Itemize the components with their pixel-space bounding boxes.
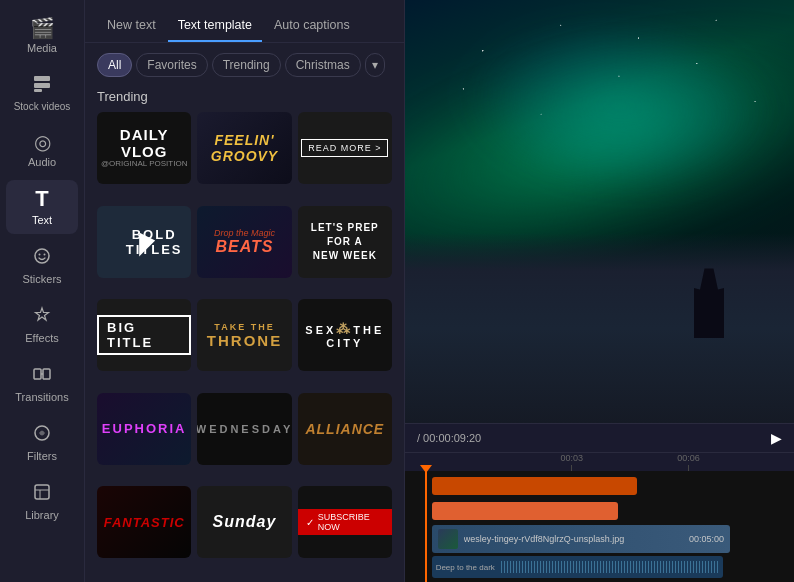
track-image[interactable]: wesley-tingey-rVdf8NglrzQ-unsplash.jpg 0… xyxy=(432,525,730,553)
sidebar-item-media[interactable]: 🎬 Media xyxy=(6,10,78,62)
tab-auto-captions[interactable]: Auto captions xyxy=(264,10,360,42)
sidebar-item-label: Filters xyxy=(27,450,57,462)
panel-tabs: New text Text template Auto captions xyxy=(85,0,404,43)
template-euphoria[interactable]: EUPHORIA xyxy=(97,393,191,465)
image-track-duration: 00:05:00 xyxy=(689,534,724,544)
sidebar-item-label: Effects xyxy=(25,332,58,344)
template-grid: DAILY VLOG @Original position FEELIN' GR… xyxy=(85,112,404,582)
svg-point-5 xyxy=(44,254,46,256)
text-panel: New text Text template Auto captions All… xyxy=(85,0,405,582)
text-icon: T xyxy=(35,188,48,210)
sidebar-item-text[interactable]: T Text xyxy=(6,180,78,234)
sidebar-item-label: Audio xyxy=(28,156,56,168)
template-read-more[interactable]: READ MORE > xyxy=(298,112,392,184)
svg-point-3 xyxy=(35,249,49,263)
sidebar-item-stock-videos[interactable]: Stock videos xyxy=(6,66,78,120)
filter-all[interactable]: All xyxy=(97,53,132,77)
sidebar-item-label: Library xyxy=(25,509,59,521)
svg-rect-7 xyxy=(43,369,50,379)
timeline: 00:03 00:06 wesley-ting xyxy=(405,452,794,582)
sidebar-item-label: Transitions xyxy=(15,391,68,403)
svg-rect-0 xyxy=(34,76,50,81)
template-take-throne[interactable]: TAKE THE THRONE xyxy=(197,299,291,371)
effects-icon xyxy=(32,305,52,328)
sidebar-item-effects[interactable]: Effects xyxy=(6,297,78,352)
stickers-icon xyxy=(32,246,52,269)
template-big-title[interactable]: BIG TITLE xyxy=(97,299,191,371)
track-2[interactable] xyxy=(413,500,786,522)
svg-rect-10 xyxy=(35,485,49,499)
template-fantastic[interactable]: FANTASTIC xyxy=(97,486,191,558)
filters-icon xyxy=(32,423,52,446)
template-sex-city[interactable]: SEX⁂THE CITY xyxy=(298,299,392,371)
timeline-tracks: wesley-tingey-rVdf8NglrzQ-unsplash.jpg 0… xyxy=(405,471,794,582)
track-audio[interactable]: Deep to the dark xyxy=(432,556,723,578)
filter-favorites[interactable]: Favorites xyxy=(136,53,207,77)
template-drop-beats[interactable]: Drop the Magic BEATS xyxy=(197,206,291,278)
trending-section-title: Trending xyxy=(85,83,404,112)
transitions-icon xyxy=(32,364,52,387)
audio-icon: ◎ xyxy=(34,132,51,152)
svg-rect-6 xyxy=(34,369,41,379)
tab-new-text[interactable]: New text xyxy=(97,10,166,42)
sidebar-item-label: Media xyxy=(27,42,57,54)
filter-more-button[interactable]: ▾ xyxy=(365,53,385,77)
audio-waveform xyxy=(501,561,719,573)
filter-bar: All Favorites Trending Christmas ▾ xyxy=(85,43,404,83)
sidebar-item-filters[interactable]: Filters xyxy=(6,415,78,470)
template-lets-prep[interactable]: LET'S PREPFOR ANEW WEEK xyxy=(298,206,392,278)
svg-rect-1 xyxy=(34,83,50,88)
template-wednesday[interactable]: WEDNESDAY xyxy=(197,393,291,465)
video-preview xyxy=(405,0,794,423)
template-subscribe[interactable]: ✓SUBSCRIBE NOW xyxy=(298,486,392,558)
sidebar-item-transitions[interactable]: Transitions xyxy=(6,356,78,411)
filter-christmas[interactable]: Christmas xyxy=(285,53,361,77)
preview-controls: / 00:00:09:20 ▶ xyxy=(405,423,794,452)
svg-rect-2 xyxy=(34,89,42,92)
library-icon xyxy=(32,482,52,505)
playhead xyxy=(425,471,427,582)
sidebar-item-library[interactable]: Library xyxy=(6,474,78,529)
sidebar-item-label: Stickers xyxy=(22,273,61,285)
template-sunday[interactable]: Sunday xyxy=(197,486,291,558)
sidebar-item-audio[interactable]: ◎ Audio xyxy=(6,124,78,176)
template-bold-titles[interactable]: BOLDTITLES xyxy=(97,206,191,278)
tab-text-template[interactable]: Text template xyxy=(168,10,262,42)
template-daily-vlog[interactable]: DAILY VLOG @Original position xyxy=(97,112,191,184)
preview-area: / 00:00:09:20 ▶ 00:03 00:06 xyxy=(405,0,794,582)
sidebar-item-stickers[interactable]: Stickers xyxy=(6,238,78,293)
filter-trending[interactable]: Trending xyxy=(212,53,281,77)
audio-track-label: Deep to the dark xyxy=(436,563,495,572)
svg-point-4 xyxy=(39,254,41,256)
track-thumbnail xyxy=(438,529,458,549)
timeline-ruler: 00:03 00:06 xyxy=(405,453,794,471)
image-track-label: wesley-tingey-rVdf8NglrzQ-unsplash.jpg xyxy=(464,534,683,544)
template-feelin-groovy[interactable]: FEELIN' GROOVY xyxy=(197,112,291,184)
sidebar: 🎬 Media Stock videos ◎ Audio T Text xyxy=(0,0,85,582)
sidebar-item-label: Text xyxy=(32,214,52,226)
media-icon: 🎬 xyxy=(30,18,55,38)
play-button[interactable]: ▶ xyxy=(771,430,782,446)
template-alliance[interactable]: ALLIANCE xyxy=(298,393,392,465)
stock-videos-icon xyxy=(32,74,52,97)
track-1[interactable] xyxy=(413,475,786,497)
sidebar-item-label: Stock videos xyxy=(14,101,71,112)
time-display: / 00:00:09:20 xyxy=(417,432,481,444)
